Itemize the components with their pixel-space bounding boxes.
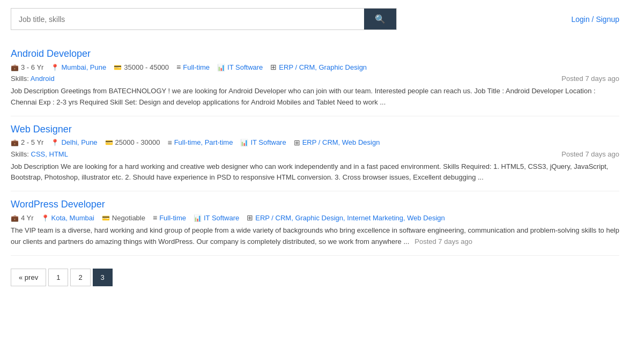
salary-value: 35000 - 45000 [124, 63, 169, 71]
categories-link[interactable]: ERP / CRM, Graphic Design, Internet Mark… [255, 214, 445, 222]
clock-icon [167, 138, 172, 147]
jobtype-link[interactable]: Full-time, Part-time [174, 138, 233, 146]
search-bar: 🔍 [11, 8, 397, 30]
page-header: 🔍 Login / Signup [11, 8, 619, 30]
briefcase-icon [11, 214, 19, 222]
experience-value: 2 - 5 Yr [21, 138, 43, 146]
job-item: Web Designer 2 - 5 Yr Delhi, Pune 25000 … [11, 116, 619, 192]
grid-icon [294, 138, 300, 147]
industry-icon [217, 63, 225, 71]
job-item: WordPress Developer 4 Yr Kota, Mumbai Ne… [11, 191, 619, 256]
posted-date: Posted 7 days ago [414, 237, 472, 246]
skills-prefix: Skills: [11, 75, 31, 83]
skills-prefix: Skills: [11, 150, 31, 158]
industry-meta: IT Software [240, 138, 286, 146]
briefcase-icon [11, 138, 19, 146]
wp-desc-container: The VIP team is a diverse, hard working … [11, 225, 619, 248]
login-signup-link[interactable]: Login / Signup [571, 15, 619, 24]
salary-value: 25000 - 30000 [115, 138, 160, 146]
experience-value: 4 Yr [21, 214, 34, 222]
job-description: Job Description We are looking for a har… [11, 161, 619, 184]
location-icon [41, 214, 49, 222]
industry-meta: IT Software [217, 63, 263, 71]
skills-label: Skills: Android [11, 75, 55, 83]
salary-meta: 35000 - 45000 [114, 63, 169, 71]
posted-date: Posted 7 days ago [561, 150, 619, 158]
money-icon [102, 214, 110, 222]
jobtype-meta: Full-time [153, 213, 186, 222]
location-link[interactable]: Delhi, Pune [61, 138, 97, 146]
grid-icon [270, 63, 277, 71]
job-title[interactable]: Android Developer [11, 48, 91, 60]
pagination: « prev123 [11, 269, 619, 286]
location-icon [51, 138, 59, 146]
industry-meta: IT Software [194, 214, 239, 222]
categories-meta: ERP / CRM, Graphic Design, Internet Mark… [247, 213, 445, 222]
experience-meta: 2 - 5 Yr [11, 138, 43, 146]
job-list: Android Developer 3 - 6 Yr Mumbai, Pune … [11, 41, 619, 256]
categories-link[interactable]: ERP / CRM, Web Design [302, 138, 380, 146]
job-description: The VIP team is a diverse, hard working … [11, 225, 619, 248]
industry-link[interactable]: IT Software [204, 214, 239, 222]
search-button[interactable]: 🔍 [364, 9, 396, 29]
money-icon [105, 138, 113, 146]
location-icon [51, 63, 59, 71]
skills-row: Skills: CSS, HTML Posted 7 days ago [11, 150, 619, 158]
experience-meta: 3 - 6 Yr [11, 63, 43, 71]
skill-link[interactable]: CSS, HTML [31, 150, 68, 158]
page-2-button[interactable]: 2 [70, 269, 90, 286]
job-title[interactable]: WordPress Developer [11, 199, 105, 210]
page-1-button[interactable]: 1 [48, 269, 68, 286]
skills-row: Skills: Android Posted 7 days ago [11, 75, 619, 83]
salary-meta: Negotiable [102, 214, 145, 222]
jobtype-meta: Full-time, Part-time [167, 138, 233, 147]
industry-link[interactable]: IT Software [250, 138, 286, 146]
job-item: Android Developer 3 - 6 Yr Mumbai, Pune … [11, 41, 619, 116]
experience-meta: 4 Yr [11, 214, 34, 222]
job-meta: 4 Yr Kota, Mumbai Negotiable Full-time I… [11, 213, 619, 222]
experience-value: 3 - 6 Yr [21, 63, 43, 71]
skills-label: Skills: CSS, HTML [11, 150, 68, 158]
job-title[interactable]: Web Designer [11, 124, 72, 135]
categories-link[interactable]: ERP / CRM, Graphic Design [279, 63, 367, 71]
prev-page-button[interactable]: « prev [11, 269, 46, 286]
money-icon [114, 63, 122, 71]
skill-link[interactable]: Android [31, 75, 55, 83]
posted-date: Posted 7 days ago [561, 75, 619, 83]
job-meta: 2 - 5 Yr Delhi, Pune 25000 - 30000 Full-… [11, 138, 619, 147]
location-meta: Delhi, Pune [51, 138, 97, 146]
clock-icon [153, 213, 157, 222]
salary-value: Negotiable [112, 214, 145, 222]
industry-icon [194, 214, 202, 222]
job-meta: 3 - 6 Yr Mumbai, Pune 35000 - 45000 Full… [11, 63, 619, 71]
briefcase-icon [11, 63, 19, 71]
categories-meta: ERP / CRM, Graphic Design [270, 63, 367, 71]
jobtype-link[interactable]: Full-time [159, 214, 186, 222]
page-3-button[interactable]: 3 [93, 269, 113, 286]
categories-meta: ERP / CRM, Web Design [294, 138, 380, 147]
jobtype-meta: Full-time [176, 63, 210, 71]
location-link[interactable]: Kota, Mumbai [51, 214, 94, 222]
job-description: Job Description Greetings from BATECHNOL… [11, 86, 619, 108]
grid-icon [247, 213, 253, 222]
salary-meta: 25000 - 30000 [105, 138, 160, 146]
location-meta: Mumbai, Pune [51, 63, 106, 71]
clock-icon [176, 63, 181, 71]
industry-link[interactable]: IT Software [227, 63, 263, 71]
search-input[interactable] [11, 9, 364, 29]
industry-icon [240, 138, 248, 146]
location-meta: Kota, Mumbai [41, 214, 94, 222]
jobtype-link[interactable]: Full-time [183, 63, 210, 71]
location-link[interactable]: Mumbai, Pune [61, 63, 106, 71]
